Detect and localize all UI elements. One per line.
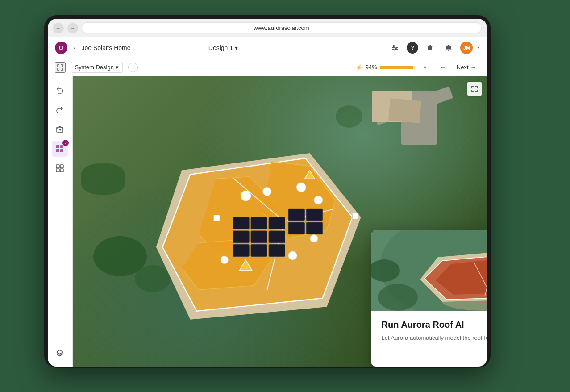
nav-right: ? JM ▾ [388, 41, 479, 55]
browser-chrome: ← → www.aurorasolar.com [48, 19, 487, 37]
help-button[interactable]: ? [407, 42, 418, 54]
system-design-label: System Design [75, 64, 114, 71]
popup-content: Run Aurora Roof AI Let Aurora automatica… [371, 311, 487, 362]
top-nav: ← Joe Solar's Home Design 1 ▾ [48, 37, 487, 58]
svg-point-6 [395, 47, 397, 48]
next-label: Next [457, 64, 469, 71]
design-label: Design 1 [208, 44, 233, 51]
svg-point-39 [314, 196, 322, 204]
svg-point-1 [60, 46, 62, 49]
layers-button[interactable] [52, 345, 68, 361]
back-to-project[interactable]: ← Joe Solar's Home [73, 44, 131, 51]
svg-point-40 [288, 251, 297, 260]
energy-percentage: 94% [366, 64, 377, 71]
panels-badge: 7 [62, 140, 69, 146]
svg-rect-28 [269, 231, 285, 243]
svg-point-41 [310, 235, 317, 242]
system-design-dropdown[interactable]: System Design ▾ [71, 62, 123, 73]
popup-description: Let Aurora automatically model the roof … [382, 334, 487, 342]
svg-rect-33 [306, 209, 322, 221]
map-area[interactable]: × [73, 76, 487, 367]
svg-rect-15 [56, 169, 59, 172]
next-button[interactable]: Next → [453, 62, 480, 72]
design-selector[interactable]: Design 1 ▾ [208, 44, 238, 51]
browser-forward-btn[interactable]: → [67, 23, 78, 33]
svg-rect-27 [251, 231, 267, 243]
energy-expand-btn[interactable]: ▾ [418, 60, 433, 75]
svg-rect-24 [251, 217, 267, 229]
undo-button[interactable] [52, 82, 68, 98]
notifications-button[interactable] [441, 41, 456, 55]
svg-rect-10 [60, 145, 63, 148]
grid-button[interactable] [52, 160, 68, 176]
user-avatar[interactable]: JM [460, 42, 473, 54]
svg-rect-12 [60, 149, 63, 152]
svg-rect-26 [233, 231, 249, 243]
aurora-logo [55, 42, 67, 54]
energy-progress-bar [380, 66, 416, 69]
svg-point-36 [241, 191, 251, 201]
svg-point-7 [394, 49, 395, 50]
toolbar-nav: ← Next → [437, 61, 480, 74]
settings-button[interactable] [388, 41, 402, 55]
debug-button[interactable] [423, 41, 437, 55]
svg-rect-9 [56, 145, 59, 148]
avatar-chevron-icon: ▾ [477, 45, 479, 50]
tablet-frame: ← → www.aurorasolar.com ← Joe Solar's Ho… [44, 15, 491, 368]
popup-roof-image [371, 230, 487, 311]
svg-rect-46 [352, 213, 358, 219]
fullscreen-button[interactable] [55, 62, 66, 73]
svg-rect-35 [306, 222, 322, 234]
svg-point-37 [262, 188, 271, 196]
next-arrow-icon: → [470, 64, 476, 71]
dropdown-chevron-icon: ▾ [116, 64, 119, 71]
svg-rect-14 [60, 165, 63, 168]
aurora-roof-ai-popup: × [371, 230, 487, 367]
energy-indicator: ⚡ 94% ▾ [355, 60, 433, 75]
add-building-button[interactable] [52, 121, 68, 137]
svg-rect-29 [233, 245, 249, 257]
progress-bar-fill [380, 66, 413, 69]
back-arrow-icon: ← [73, 44, 79, 51]
svg-rect-23 [233, 217, 249, 229]
browser-back-btn[interactable]: ← [53, 23, 64, 33]
toolbar: System Design ▾ i ⚡ 94% ▾ ← [48, 58, 487, 76]
info-button[interactable]: i [128, 63, 138, 72]
map-expand-button[interactable] [467, 82, 482, 96]
svg-rect-30 [251, 245, 267, 257]
design-chevron-icon: ▾ [235, 44, 238, 51]
main-content: 7 [48, 76, 487, 367]
redo-button[interactable] [52, 101, 68, 117]
project-name-label: Joe Solar's Home [82, 44, 131, 51]
lightning-icon: ⚡ [355, 64, 363, 71]
svg-rect-25 [269, 217, 285, 229]
svg-point-42 [221, 256, 228, 263]
svg-point-53 [378, 284, 418, 311]
svg-rect-45 [213, 215, 219, 221]
svg-rect-34 [288, 222, 304, 234]
sidebar: 7 [48, 76, 73, 367]
browser-url-bar[interactable]: www.aurorasolar.com [82, 22, 482, 33]
popup-title: Run Aurora Roof AI [382, 320, 487, 330]
svg-rect-13 [56, 165, 59, 168]
svg-rect-11 [56, 149, 59, 152]
panels-button[interactable]: 7 [52, 141, 68, 157]
svg-rect-16 [60, 169, 63, 172]
app-container: ← Joe Solar's Home Design 1 ▾ [48, 37, 487, 367]
svg-rect-31 [269, 245, 285, 257]
toolbar-right: ⚡ 94% ▾ ← Next → [355, 60, 480, 75]
svg-point-38 [296, 183, 306, 192]
svg-point-5 [393, 45, 395, 46]
svg-rect-32 [288, 209, 304, 221]
info-icon: i [133, 65, 133, 70]
toolbar-back-btn[interactable]: ← [437, 61, 449, 74]
